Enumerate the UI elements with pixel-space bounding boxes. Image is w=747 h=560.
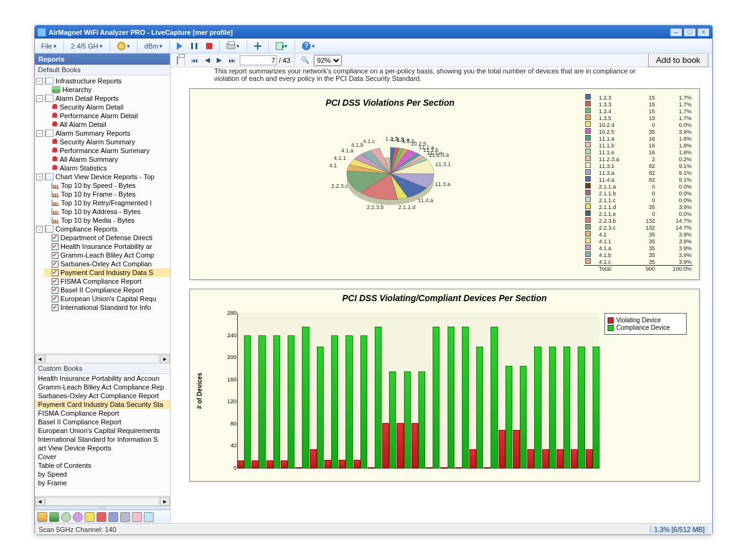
tree-item[interactable]: FISMA Compliance Report [44,277,170,286]
check-icon [52,252,59,259]
tree-item[interactable]: Basel II Compliance Report [44,286,170,294]
tree-label: Top 10 by Frame - Bytes [61,190,136,198]
btm-icon-4[interactable] [73,512,83,522]
last-page-button[interactable]: ⏭ [226,56,238,65]
tree-item[interactable]: Security Alarm Summary [44,138,170,146]
tree-hscroll[interactable]: ◄ ► [35,353,170,363]
tree-group[interactable]: −Alarm Summary Reports [35,129,170,138]
bar-icon [52,182,59,189]
toggle-icon[interactable]: − [36,174,43,180]
dbm-selector[interactable]: dBm▾ [141,41,167,51]
bar-icon [52,191,59,197]
toggle-icon[interactable]: − [36,78,43,85]
toggle-icon[interactable]: − [36,226,43,233]
tree-group[interactable]: −Compliance Reports [35,225,170,233]
help-icon: ? [302,42,311,50]
tree-item[interactable]: Health Insurance Portability ar [44,242,170,251]
export-button[interactable]: ▾ [272,41,291,51]
next-page-button[interactable]: ▶ [214,55,224,65]
printer-icon [227,43,235,49]
custom-hscroll-right[interactable]: ► [160,497,170,506]
hscroll-track[interactable] [45,355,159,363]
tree-item[interactable]: All Alarm Detail [44,120,170,129]
move-button[interactable] [250,41,265,51]
play-button[interactable] [173,41,186,51]
custom-book-item[interactable]: European Union's Capital Requirements [35,426,170,435]
custom-book-item[interactable]: Gramm-Leach Bliley Act Compliance Rep [35,383,170,391]
default-books-tree[interactable]: −Infrastructure ReportsHierarchy−Alarm D… [35,75,170,353]
tree-item[interactable]: International Standard for Info [44,303,170,312]
custom-book-item[interactable]: Health Insurance Portability and Accoun [35,374,170,383]
tree-item[interactable]: Top 10 by Address - Bytes [44,207,170,216]
tree-item[interactable]: Performance Alarm Summary [44,146,170,155]
add-to-book-button[interactable]: Add to book [648,54,708,67]
btm-icon-9[interactable] [132,512,142,522]
stop-button[interactable] [202,42,216,50]
custom-books-header: Custom Books [35,363,170,374]
tree-item[interactable]: All Alarm Summary [44,155,170,164]
btm-icon-7[interactable] [108,512,118,522]
first-page-button[interactable]: ⏮ [189,56,200,65]
btm-icon-2[interactable] [49,512,59,522]
viewer-print-icon[interactable] [174,56,181,65]
custom-book-item[interactable]: Payment Card Industry Data Security Sta [35,400,170,409]
pause-button[interactable] [187,42,201,50]
custom-book-item[interactable]: by Frame [35,478,170,487]
file-menu[interactable]: File▾ [37,41,60,51]
tree-item[interactable]: Top 10 by Frame - Bytes [44,190,170,198]
custom-book-item[interactable]: Sarbanes-Oxley Act Compliance Report [35,391,170,400]
check-icon [52,243,59,250]
tree-item[interactable]: Top 10 by Speed - Bytes [44,181,170,190]
custom-books-list[interactable]: Health Insurance Portability and AccounG… [35,374,170,487]
tree-group[interactable]: −Alarm Detail Reports [35,94,170,103]
custom-book-item[interactable]: by Speed [35,470,170,478]
check-icon [52,296,59,302]
custom-book-item[interactable]: art View Device Reports [35,444,170,452]
btm-icon-5[interactable] [85,512,95,522]
close-button[interactable]: × [697,28,710,37]
hscroll-right[interactable]: ► [160,355,170,363]
btm-icon-8[interactable] [120,512,130,522]
zoom-select[interactable]: 92% [314,55,342,66]
tree-item[interactable]: Alarm Statistics [44,164,170,172]
btm-icon-6[interactable] [96,512,106,522]
custom-book-item[interactable]: Basel II Compliance Report [35,418,170,426]
tree-group[interactable]: −Chart View Device Reports - Top [35,172,170,181]
titlebar[interactable]: AirMagnet WiFi Analyzer PRO - LiveCaptur… [35,26,712,39]
tree-item[interactable]: Hierarchy [44,85,170,94]
custom-book-item[interactable]: FISMA Compliance Report [35,409,170,418]
band-selector[interactable]: 2.4/5 GH▾ [67,41,106,51]
page-input[interactable] [240,55,277,65]
custom-book-item[interactable]: International Standard for Information S [35,435,170,444]
tree-item[interactable]: Department of Defense Directi [44,233,170,242]
custom-book-item[interactable]: Table of Contents [35,461,170,470]
tree-item[interactable]: Sarbanes-Oxley Act Complian [44,259,170,268]
btm-icon-1[interactable] [37,512,47,522]
hscroll-left[interactable]: ◄ [35,355,45,363]
help-button[interactable]: ?▾ [298,40,319,52]
tree-item[interactable]: Top 10 by Media - Bytes [44,216,170,225]
custom-book-item[interactable]: Cover [35,452,170,461]
print-button[interactable]: ▾ [223,42,243,50]
tree-item[interactable]: Performance Alarm Detail [44,111,170,120]
tree-item[interactable]: Payment Card Industry Data S [44,268,170,277]
tree-item[interactable]: Security Alarm Detail [44,103,170,111]
zoom-icon[interactable]: 🔍 [298,55,312,65]
custom-hscroll-track[interactable] [45,497,159,506]
custom-hscroll-left[interactable]: ◄ [35,497,45,506]
btm-icon-10[interactable] [144,512,154,522]
toggle-icon[interactable]: − [36,130,43,137]
tree-item[interactable]: European Union's Capital Requ [44,294,170,303]
custom-hscroll[interactable]: ◄ ► [35,496,170,506]
settings-button[interactable]: ▾ [113,40,134,52]
prev-page-button[interactable]: ◀ [202,55,212,65]
toggle-icon[interactable]: − [36,95,43,102]
tree-group[interactable]: −Infrastructure Reports [35,77,170,85]
viewer-body[interactable]: This report summarizes your network's co… [171,67,712,523]
minimize-button[interactable]: – [670,28,682,37]
tree-item[interactable]: Gramm-Leach Bliley Act Comp [44,251,170,259]
pie-chart: 1.2.31.3.31.3.41.3.510.2.511.1.a11.1.b11… [309,111,471,248]
btm-icon-3[interactable] [61,512,71,522]
maximize-button[interactable]: □ [684,28,696,37]
tree-item[interactable]: Top 10 by Retry/Fragmented I [44,198,170,207]
